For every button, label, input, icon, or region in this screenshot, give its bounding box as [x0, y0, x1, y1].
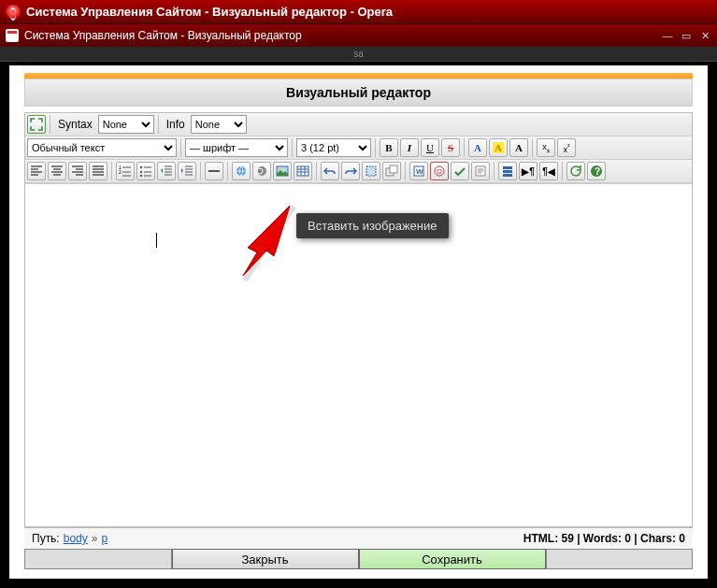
link-button[interactable] [232, 162, 251, 180]
maximize-button[interactable]: ▭ [680, 29, 693, 42]
info-select[interactable]: None [191, 115, 247, 134]
font-color-button[interactable]: A [468, 138, 487, 157]
svg-rect-10 [297, 166, 308, 176]
italic-button[interactable]: I [400, 138, 419, 157]
minimize-button[interactable]: — [661, 29, 674, 42]
source-button[interactable] [498, 162, 517, 180]
svg-text:W: W [416, 167, 423, 176]
highlight-button[interactable]: A [489, 138, 508, 157]
help-button[interactable]: ? [587, 162, 606, 180]
toolbar-row-2: Обычный текст — шрифт — 3 (12 pt) B I U … [25, 136, 692, 160]
select-all-button[interactable] [362, 162, 380, 180]
syntax-label: Syntax [54, 118, 96, 131]
save-button[interactable]: Сохранить [359, 549, 546, 569]
fullscreen-icon[interactable] [27, 115, 46, 134]
pointer-arrow-icon [210, 196, 304, 290]
refresh-button[interactable] [566, 162, 585, 180]
path-p-link[interactable]: p [101, 532, 108, 545]
bold-button[interactable]: B [380, 138, 398, 157]
path-label: Путь: [32, 532, 60, 545]
rtl-button[interactable]: ¶◀ [539, 162, 558, 180]
tab-favicon [6, 29, 19, 42]
strikethrough-button[interactable]: S [441, 138, 460, 157]
indent-button[interactable] [178, 162, 196, 180]
tooltip: Вставить изображение [296, 213, 449, 238]
hr-button[interactable] [205, 162, 223, 180]
align-right-button[interactable] [68, 162, 87, 180]
svg-point-2 [140, 166, 142, 168]
align-justify-button[interactable] [89, 162, 108, 180]
ltr-button[interactable]: ▶¶ [519, 162, 538, 180]
svg-point-3 [140, 171, 142, 173]
undo-button[interactable] [321, 162, 339, 180]
subscript-button[interactable]: x₂ [537, 138, 555, 157]
svg-text:?: ? [595, 166, 600, 177]
size-select[interactable]: 3 (12 pt) [296, 138, 371, 157]
underline-button[interactable]: U [421, 138, 439, 157]
find-button[interactable] [382, 162, 401, 180]
status-bar: Путь: body » p HTML: 59 | Words: 0 | Cha… [24, 527, 693, 549]
format-select[interactable]: Обычный текст [27, 138, 177, 157]
close-window-button[interactable]: ✕ [698, 29, 711, 42]
svg-point-4 [140, 175, 142, 177]
button-spacer [24, 549, 172, 569]
outdent-button[interactable] [157, 162, 176, 180]
editor-frame: Syntax None Info None Обычный текст — шр… [24, 112, 693, 527]
template-button[interactable] [471, 162, 490, 180]
insert-image-button[interactable] [273, 162, 292, 180]
special-char-button[interactable]: Ω [430, 162, 449, 180]
redo-button[interactable] [341, 162, 360, 180]
toolbar-row-3: 12 W Ω ▶¶ ¶◀ ? [25, 160, 692, 183]
align-center-button[interactable] [48, 162, 66, 180]
opera-icon [6, 5, 21, 20]
sub-bar: sa [0, 47, 717, 62]
ordered-list-button[interactable]: 12 [116, 162, 135, 180]
unordered-list-button[interactable] [136, 162, 155, 180]
font-select[interactable]: — шрифт — [185, 138, 288, 157]
app-area: Визуальный редактор Syntax None Info Non… [9, 65, 708, 579]
toolbar-row-1: Syntax None Info None [25, 113, 692, 136]
svg-text:2: 2 [119, 169, 122, 175]
insert-table-button[interactable] [294, 162, 312, 180]
window-title: Система Управления Сайтом - Визуальный р… [26, 5, 393, 19]
dialog-buttons: Закрыть Сохранить [24, 549, 693, 569]
clear-format-button[interactable]: A [509, 138, 528, 157]
status-counts: HTML: 59 | Words: 0 | Chars: 0 [523, 532, 685, 545]
info-label: Info [163, 118, 189, 131]
text-caret [156, 233, 157, 248]
superscript-button[interactable]: x² [557, 138, 576, 157]
anchor-button[interactable] [252, 162, 271, 180]
svg-text:Ω: Ω [437, 167, 442, 176]
svg-point-6 [257, 166, 266, 176]
paste-word-button[interactable]: W [409, 162, 428, 180]
path-separator: » [92, 532, 98, 545]
svg-point-9 [279, 168, 280, 170]
tab-title: Система Управления Сайтом - Визуальный р… [24, 29, 661, 42]
button-spacer-right [546, 549, 694, 569]
browser-titlebar: Система Управления Сайтом - Визуальный р… [0, 0, 717, 24]
path-body-link[interactable]: body [64, 532, 88, 545]
align-left-button[interactable] [27, 162, 46, 180]
close-button[interactable]: Закрыть [172, 549, 359, 569]
svg-rect-13 [390, 165, 397, 173]
editor-heading: Визуальный редактор [24, 79, 693, 107]
tab-bar: Система Управления Сайтом - Визуальный р… [0, 24, 717, 47]
svg-rect-11 [366, 166, 376, 176]
spellcheck-button[interactable] [451, 162, 469, 180]
syntax-select[interactable]: None [98, 115, 154, 134]
